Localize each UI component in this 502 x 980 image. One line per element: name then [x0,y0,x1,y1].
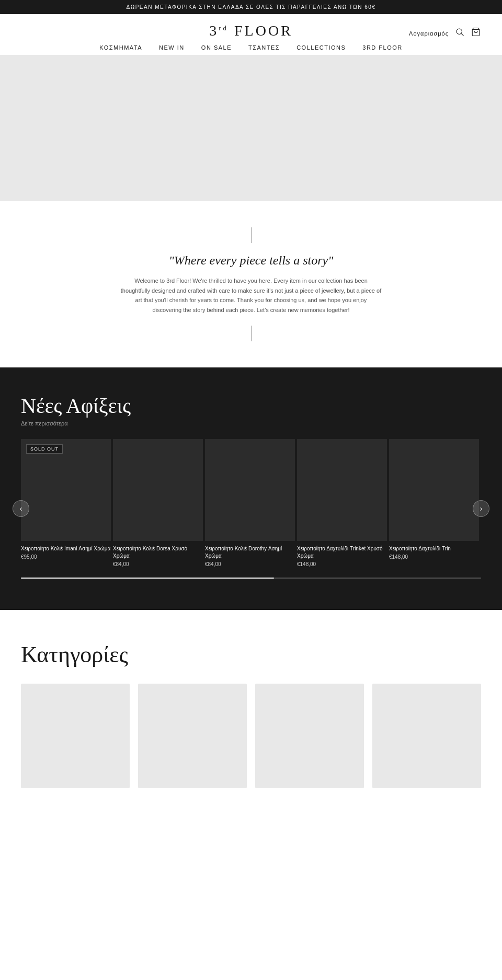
quote-text: "Where every piece tells a story" [63,253,439,268]
search-button[interactable] [455,27,464,39]
nav-kosmimata[interactable]: ΚΟΣΜΗΜΑΤΑ [99,44,142,51]
nav-on-sale[interactable]: ON SALE [201,44,232,51]
product-name: Χειροποίητο Δαχτυλίδι Trin [389,545,479,552]
product-image [297,439,387,541]
categories-section: Κατηγορίες [0,610,502,809]
categories-grid [21,684,481,788]
product-card[interactable]: Χειροποίητο Κολιέ Dorsa Χρυσό Χρώμα €84,… [113,439,203,567]
new-arrivals-section: Νέες Αφίξεις Δείτε περισσότερα ‹ SOLD OU… [0,367,502,610]
product-name: Χειροποίητο Κολιέ Dorothy Ασημί Χρώμα [205,545,295,560]
sold-out-badge: SOLD OUT [26,444,63,454]
quote-section: "Where every piece tells a story" Welcom… [0,201,502,367]
hero-image [0,55,502,201]
product-name: Χειροποίητο Κολιέ Imani Ασημί Χρώμα [21,545,111,552]
cart-button[interactable] [471,27,481,39]
category-card[interactable] [138,684,247,788]
product-image: SOLD OUT [21,439,111,541]
svg-line-1 [461,33,463,36]
product-price: €148,00 [297,561,387,567]
product-card[interactable]: SOLD OUT Χειροποίητο Κολιέ Imani Ασημί Χ… [21,439,111,567]
products-row: SOLD OUT Χειροποίητο Κολιέ Imani Ασημί Χ… [21,439,481,567]
logo[interactable]: 3rd FLOOR [209,22,293,39]
new-arrivals-subtitle[interactable]: Δείτε περισσότερα [21,420,481,426]
divider-top [251,227,252,243]
product-card[interactable]: Χειροποίητο Δαχτυλίδι Trin €148,00 [389,439,479,567]
scroll-indicator-bar [21,578,274,579]
category-card[interactable] [372,684,481,788]
carousel-next-button[interactable]: › [473,500,489,517]
product-price: €84,00 [113,561,203,567]
divider-bottom [251,326,252,341]
category-card[interactable] [21,684,130,788]
svg-point-0 [457,29,462,34]
product-name: Χειροποίητο Δαχτυλίδι Trinket Χρυσό Χρώμ… [297,545,387,560]
scroll-indicator [21,578,481,579]
nav-new-in[interactable]: NEW IN [159,44,185,51]
header: 3rd FLOOR ΚΟΣΜΗΜΑΤΑ NEW IN ON SALE ΤΣΑΝΤ… [0,14,502,55]
product-image [113,439,203,541]
nav-tsantes[interactable]: ΤΣΑΝΤΕΣ [248,44,280,51]
categories-title: Κατηγορίες [21,641,481,668]
logo-sup: rd [219,24,229,32]
product-image [205,439,295,541]
category-card[interactable] [255,684,364,788]
nav-3rd-floor[interactable]: 3RD FLOOR [362,44,402,51]
product-price: €95,00 [21,554,111,560]
product-name: Χειροποίητο Κολιέ Dorsa Χρυσό Χρώμα [113,545,203,560]
quote-body: Welcome to 3rd Floor! We're thrilled to … [120,276,382,315]
account-label[interactable]: Λογαριασμός [409,30,449,37]
product-price: €148,00 [389,554,479,560]
product-price: €84,00 [205,561,295,567]
product-card[interactable]: Χειροποίητο Κολιέ Dorothy Ασημί Χρώμα €8… [205,439,295,567]
products-carousel: ‹ SOLD OUT Χειροποίητο Κολιέ Imani Ασημί… [21,439,481,579]
product-card[interactable]: Χειροποίητο Δαχτυλίδι Trinket Χρυσό Χρώμ… [297,439,387,567]
carousel-prev-button[interactable]: ‹ [13,500,29,517]
new-arrivals-title: Νέες Αφίξεις [21,394,481,418]
product-image [389,439,479,541]
nav-collections[interactable]: COLLECTIONS [296,44,346,51]
header-utils: Λογαριασμός [409,27,481,39]
top-banner: ΔΩΡΕΑΝ ΜΕΤΑΦΟΡΙΚΑ ΣΤΗΝ ΕΛΛΑΔΑ ΣΕ ΟΛΕΣ ΤΙ… [0,0,502,14]
main-nav: ΚΟΣΜΗΜΑΤΑ NEW IN ON SALE ΤΣΑΝΤΕΣ COLLECT… [99,44,403,51]
banner-text: ΔΩΡΕΑΝ ΜΕΤΑΦΟΡΙΚΑ ΣΤΗΝ ΕΛΛΑΔΑ ΣΕ ΟΛΕΣ ΤΙ… [127,4,376,10]
